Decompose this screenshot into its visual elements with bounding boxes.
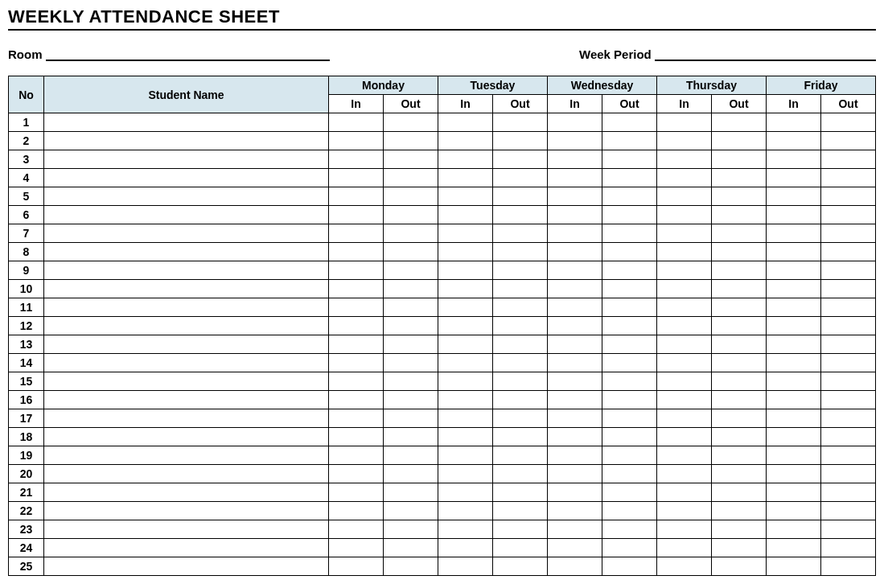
cell-in[interactable]	[767, 372, 821, 391]
cell-in[interactable]	[767, 243, 821, 261]
cell-out[interactable]	[602, 446, 657, 465]
cell-out[interactable]	[384, 206, 438, 224]
cell-in[interactable]	[767, 113, 821, 132]
cell-out[interactable]	[493, 169, 548, 187]
cell-in[interactable]	[329, 243, 384, 261]
cell-in[interactable]	[767, 298, 821, 317]
cell-in[interactable]	[548, 132, 602, 150]
cell-in[interactable]	[438, 446, 493, 465]
cell-out[interactable]	[602, 132, 657, 150]
cell-out[interactable]	[493, 483, 548, 502]
cell-in[interactable]	[767, 187, 821, 206]
cell-in[interactable]	[657, 557, 712, 576]
cell-in[interactable]	[548, 317, 602, 335]
cell-student-name[interactable]	[44, 465, 329, 483]
cell-in[interactable]	[438, 354, 493, 372]
cell-in[interactable]	[548, 391, 602, 409]
cell-in[interactable]	[548, 280, 602, 298]
cell-in[interactable]	[329, 391, 384, 409]
cell-in[interactable]	[657, 150, 712, 169]
cell-out[interactable]	[821, 557, 876, 576]
cell-out[interactable]	[602, 298, 657, 317]
cell-in[interactable]	[438, 132, 493, 150]
cell-out[interactable]	[712, 446, 767, 465]
cell-out[interactable]	[821, 372, 876, 391]
cell-out[interactable]	[493, 557, 548, 576]
cell-out[interactable]	[493, 502, 548, 520]
cell-out[interactable]	[712, 317, 767, 335]
cell-in[interactable]	[329, 187, 384, 206]
cell-in[interactable]	[548, 483, 602, 502]
cell-in[interactable]	[657, 391, 712, 409]
cell-out[interactable]	[493, 224, 548, 243]
cell-out[interactable]	[821, 446, 876, 465]
cell-in[interactable]	[548, 446, 602, 465]
cell-in[interactable]	[657, 280, 712, 298]
cell-out[interactable]	[384, 224, 438, 243]
cell-out[interactable]	[384, 261, 438, 280]
cell-out[interactable]	[602, 206, 657, 224]
cell-out[interactable]	[602, 317, 657, 335]
cell-in[interactable]	[767, 280, 821, 298]
cell-out[interactable]	[602, 335, 657, 354]
cell-out[interactable]	[712, 224, 767, 243]
cell-out[interactable]	[493, 187, 548, 206]
cell-out[interactable]	[821, 391, 876, 409]
cell-in[interactable]	[767, 354, 821, 372]
cell-in[interactable]	[548, 520, 602, 539]
cell-in[interactable]	[329, 465, 384, 483]
cell-out[interactable]	[493, 391, 548, 409]
cell-in[interactable]	[329, 428, 384, 446]
cell-in[interactable]	[657, 502, 712, 520]
cell-in[interactable]	[657, 354, 712, 372]
cell-in[interactable]	[329, 483, 384, 502]
cell-student-name[interactable]	[44, 243, 329, 261]
cell-out[interactable]	[384, 557, 438, 576]
cell-in[interactable]	[438, 280, 493, 298]
cell-in[interactable]	[329, 298, 384, 317]
cell-out[interactable]	[602, 502, 657, 520]
cell-out[interactable]	[712, 372, 767, 391]
cell-in[interactable]	[438, 483, 493, 502]
cell-in[interactable]	[548, 428, 602, 446]
cell-out[interactable]	[493, 317, 548, 335]
cell-in[interactable]	[767, 206, 821, 224]
cell-in[interactable]	[548, 372, 602, 391]
cell-out[interactable]	[821, 317, 876, 335]
cell-out[interactable]	[712, 557, 767, 576]
cell-in[interactable]	[767, 465, 821, 483]
cell-out[interactable]	[602, 243, 657, 261]
cell-out[interactable]	[712, 520, 767, 539]
cell-in[interactable]	[329, 372, 384, 391]
cell-in[interactable]	[657, 335, 712, 354]
cell-out[interactable]	[821, 465, 876, 483]
cell-in[interactable]	[438, 206, 493, 224]
cell-student-name[interactable]	[44, 261, 329, 280]
cell-in[interactable]	[548, 539, 602, 557]
cell-in[interactable]	[329, 335, 384, 354]
cell-in[interactable]	[657, 446, 712, 465]
cell-student-name[interactable]	[44, 206, 329, 224]
cell-out[interactable]	[821, 298, 876, 317]
cell-out[interactable]	[384, 520, 438, 539]
cell-in[interactable]	[438, 317, 493, 335]
cell-in[interactable]	[657, 409, 712, 428]
cell-in[interactable]	[548, 243, 602, 261]
cell-out[interactable]	[712, 169, 767, 187]
cell-in[interactable]	[438, 335, 493, 354]
cell-out[interactable]	[821, 132, 876, 150]
cell-in[interactable]	[657, 372, 712, 391]
cell-student-name[interactable]	[44, 354, 329, 372]
cell-out[interactable]	[493, 409, 548, 428]
cell-student-name[interactable]	[44, 317, 329, 335]
cell-out[interactable]	[821, 261, 876, 280]
cell-out[interactable]	[712, 409, 767, 428]
cell-out[interactable]	[602, 169, 657, 187]
cell-out[interactable]	[712, 132, 767, 150]
cell-in[interactable]	[767, 224, 821, 243]
cell-out[interactable]	[821, 539, 876, 557]
cell-in[interactable]	[657, 298, 712, 317]
cell-in[interactable]	[329, 354, 384, 372]
cell-in[interactable]	[438, 557, 493, 576]
cell-in[interactable]	[438, 113, 493, 132]
